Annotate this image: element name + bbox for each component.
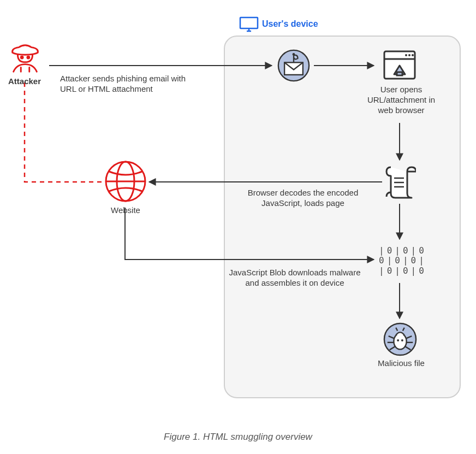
attacker-label: Attacker: [0, 76, 49, 87]
edge-label-script-website: Browser decodes the encoded JavaScript, …: [240, 188, 366, 209]
edge-label-website-binary: JavaScript Blob downloads malware and as…: [227, 268, 363, 288]
binary-line-1: |0|0|0: [379, 246, 423, 256]
binary-line-3: |0|0|0: [379, 266, 423, 276]
phishing-email-icon: [277, 49, 310, 82]
svg-rect-13: [397, 72, 402, 75]
globe-icon: [104, 160, 147, 203]
svg-point-11: [408, 54, 410, 56]
svg-rect-0: [240, 17, 258, 28]
svg-point-7: [293, 53, 295, 56]
binary-line-2: 0|0|0|: [379, 256, 423, 266]
svg-point-30: [397, 339, 399, 341]
svg-point-3: [21, 56, 23, 58]
browser-window-icon: [382, 49, 417, 82]
bug-icon: [383, 322, 417, 356]
user-device-label: User's device: [262, 19, 349, 30]
svg-point-10: [405, 54, 407, 56]
figure-caption: Figure 1. HTML smuggling overview: [0, 432, 476, 443]
malicious-file-label: Malicious file: [371, 358, 431, 369]
svg-point-31: [401, 339, 403, 341]
arrow-website-to-binary: [125, 208, 374, 260]
edge-label-attacker-email: Attacker sends phishing email with URL o…: [60, 74, 197, 95]
svg-point-21: [394, 333, 406, 349]
attacker-icon: [8, 41, 42, 75]
script-scroll-icon: [384, 164, 416, 200]
svg-point-4: [27, 56, 29, 58]
arrow-website-to-attacker-dashed: [25, 82, 102, 182]
website-label: Website: [104, 205, 147, 216]
browser-label: User opens URL/attachment in web browser: [363, 85, 439, 115]
binary-data-icon: |0|0|0 0|0|0| |0|0|0: [379, 246, 423, 276]
monitor-icon: [239, 16, 259, 33]
svg-point-12: [412, 54, 414, 56]
diagram-canvas: User's device Attacker User opens URL/at…: [0, 0, 476, 454]
